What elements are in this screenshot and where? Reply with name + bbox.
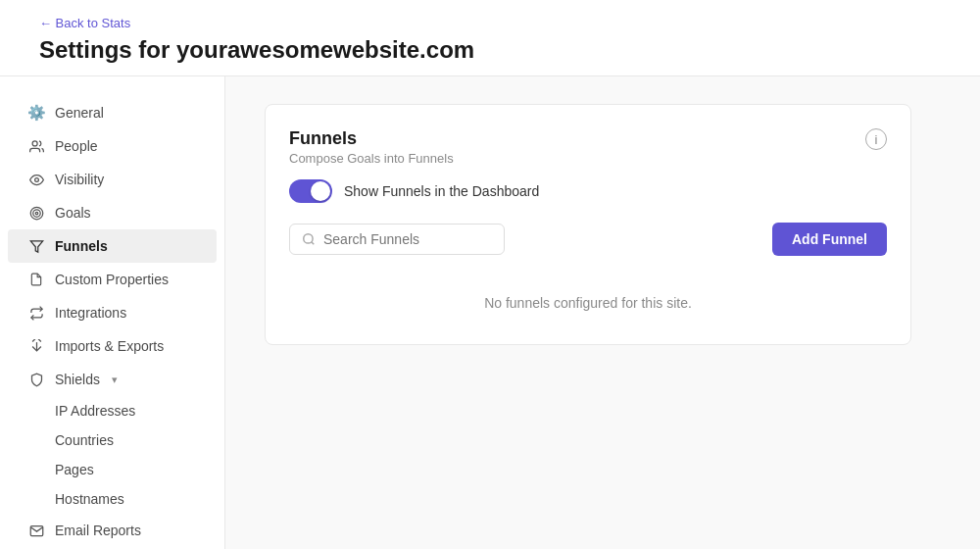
people-icon bbox=[27, 137, 45, 155]
back-link[interactable]: ← Back to Stats bbox=[39, 16, 941, 30]
sidebar-item-label: Goals bbox=[55, 205, 91, 221]
page-title: Settings for yourawesomewebsite.com bbox=[39, 36, 941, 64]
search-icon bbox=[302, 232, 316, 246]
sidebar-item-shields[interactable]: Shields ▾ bbox=[8, 363, 217, 396]
email-icon bbox=[27, 522, 45, 539]
sub-item-label: Hostnames bbox=[55, 491, 124, 507]
custom-properties-icon bbox=[27, 271, 45, 288]
card-title-group: Funnels Compose Goals into Funnels bbox=[289, 128, 454, 166]
sidebar-sub-item-countries[interactable]: Countries bbox=[8, 425, 217, 455]
visibility-icon bbox=[27, 171, 45, 188]
shields-label: Shields bbox=[55, 372, 100, 387]
svg-point-3 bbox=[32, 209, 40, 217]
svg-point-4 bbox=[35, 212, 38, 215]
sidebar-item-label: Imports & Exports bbox=[55, 338, 164, 354]
funnels-icon bbox=[27, 237, 45, 255]
sub-item-label: IP Addresses bbox=[55, 403, 135, 419]
content-area: ⚙️ General People Visibility bbox=[0, 76, 980, 549]
card-header: Funnels Compose Goals into Funnels i bbox=[289, 128, 887, 166]
goals-icon bbox=[27, 204, 45, 222]
imports-exports-icon bbox=[27, 337, 45, 355]
toggle-label: Show Funnels in the Dashboard bbox=[344, 183, 539, 199]
sidebar-item-general[interactable]: ⚙️ General bbox=[8, 96, 217, 129]
sidebar-item-goals[interactable]: Goals bbox=[8, 196, 217, 229]
sidebar-item-label: Email Reports bbox=[55, 523, 141, 538]
sidebar-item-visibility[interactable]: Visibility bbox=[8, 163, 217, 196]
shields-icon bbox=[27, 371, 45, 388]
sidebar-item-label: Visibility bbox=[55, 172, 104, 187]
search-box bbox=[289, 224, 505, 255]
search-input[interactable] bbox=[323, 231, 492, 247]
svg-point-1 bbox=[34, 177, 38, 181]
add-funnel-button[interactable]: Add Funnel bbox=[772, 223, 887, 256]
sidebar-item-label: People bbox=[55, 138, 98, 154]
sidebar-sub-item-hostnames[interactable]: Hostnames bbox=[8, 484, 217, 514]
show-funnels-toggle[interactable] bbox=[289, 179, 332, 203]
main-content: Funnels Compose Goals into Funnels i Sho… bbox=[225, 76, 980, 549]
integrations-icon bbox=[27, 304, 45, 322]
toggle-row: Show Funnels in the Dashboard bbox=[289, 179, 887, 203]
funnels-card: Funnels Compose Goals into Funnels i Sho… bbox=[265, 104, 911, 345]
svg-point-9 bbox=[304, 234, 313, 243]
svg-line-10 bbox=[312, 242, 315, 245]
back-arrow: ← Back to Stats bbox=[39, 16, 130, 30]
sidebar-item-label: Integrations bbox=[55, 305, 126, 321]
sub-item-label: Pages bbox=[55, 462, 94, 477]
svg-point-0 bbox=[32, 140, 37, 145]
sidebar-item-custom-properties[interactable]: Custom Properties bbox=[8, 263, 217, 296]
sidebar: ⚙️ General People Visibility bbox=[0, 76, 225, 549]
sidebar-sub-item-pages[interactable]: Pages bbox=[8, 455, 217, 484]
empty-state: No funnels configured for this site. bbox=[289, 275, 887, 321]
sidebar-item-label: Custom Properties bbox=[55, 272, 169, 287]
card-subtitle: Compose Goals into Funnels bbox=[289, 151, 454, 166]
page-header: ← Back to Stats Settings for yourawesome… bbox=[0, 0, 980, 76]
sidebar-item-label: General bbox=[55, 105, 104, 121]
chevron-down-icon: ▾ bbox=[112, 374, 118, 386]
sidebar-item-label: Funnels bbox=[55, 238, 108, 254]
info-icon[interactable]: i bbox=[865, 128, 887, 150]
sidebar-sub-item-ip-addresses[interactable]: IP Addresses bbox=[8, 396, 217, 425]
gear-icon: ⚙️ bbox=[27, 104, 45, 122]
sidebar-item-email-reports[interactable]: Email Reports bbox=[8, 514, 217, 547]
svg-marker-5 bbox=[30, 240, 43, 251]
sidebar-item-imports-exports[interactable]: Imports & Exports bbox=[8, 329, 217, 363]
sidebar-item-integrations[interactable]: Integrations bbox=[8, 296, 217, 329]
sidebar-item-funnels[interactable]: Funnels bbox=[8, 229, 217, 263]
sidebar-item-people[interactable]: People bbox=[8, 129, 217, 163]
card-title: Funnels bbox=[289, 128, 454, 149]
sub-item-label: Countries bbox=[55, 432, 114, 448]
toggle-knob bbox=[311, 181, 330, 201]
search-add-row: Add Funnel bbox=[289, 223, 887, 256]
